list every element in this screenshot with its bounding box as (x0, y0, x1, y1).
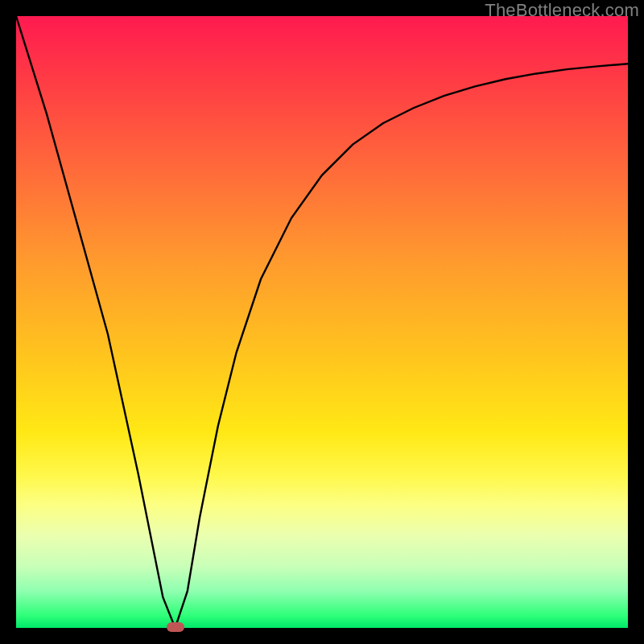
plot-area (16, 16, 628, 628)
chart-frame: TheBottleneck.com (0, 0, 644, 644)
minimum-marker (167, 622, 184, 632)
bottleneck-curve (16, 16, 628, 628)
